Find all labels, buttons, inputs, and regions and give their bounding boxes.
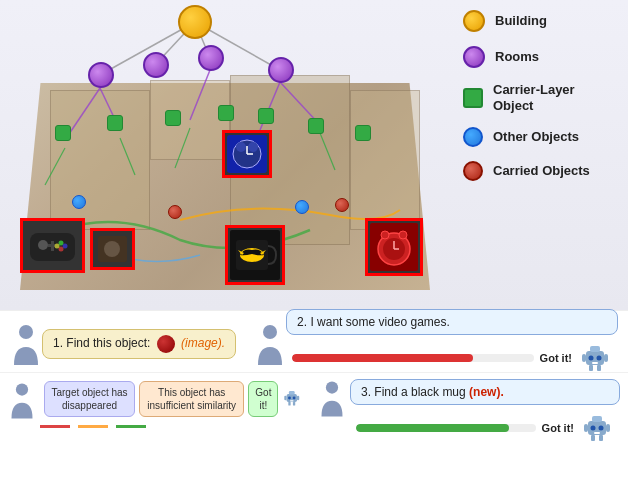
svg-rect-58: [297, 396, 299, 401]
svg-point-20: [59, 247, 64, 252]
robot-icon-2: [282, 381, 302, 415]
svg-point-64: [591, 426, 596, 431]
room-4: [350, 90, 420, 230]
query3-new-label: (new).: [469, 385, 504, 399]
node-carried-2: [335, 198, 349, 212]
svg-rect-43: [590, 346, 600, 352]
legend: Building Rooms Carrier-Layer Object Othe…: [463, 10, 618, 195]
image-box-batman-mug: [225, 225, 285, 285]
node-carrier-3: [165, 110, 181, 126]
svg-rect-67: [584, 424, 588, 432]
status-disappeared-text: Target object has disappeared: [51, 387, 127, 411]
svg-rect-50: [597, 365, 601, 371]
svg-point-21: [55, 244, 60, 249]
image-box-bear-clock: [222, 130, 272, 178]
image-box-small: [90, 228, 135, 270]
svg-rect-66: [594, 432, 600, 434]
legend-dot-carried: [463, 161, 483, 181]
query2-area: 2. I want some video games. Got it!: [286, 309, 618, 378]
svg-point-55: [293, 397, 296, 400]
got-it-bar-2: Got it!: [350, 408, 620, 448]
person-icon-1: [10, 323, 42, 365]
legend-item-other: Other Objects: [463, 127, 618, 147]
svg-point-65: [599, 426, 604, 431]
node-carrier-2: [107, 115, 123, 131]
person-icon-4: [318, 379, 346, 417]
query3-row: 3. Find a black mug (new). Got it!: [318, 379, 620, 448]
svg-rect-63: [592, 416, 602, 422]
node-room-3: [198, 45, 224, 71]
status-box-disappeared: Target object has disappeared: [44, 381, 135, 417]
svg-rect-69: [591, 435, 595, 441]
node-carrier-1: [55, 125, 71, 141]
query2-bubble: 2. I want some video games.: [286, 309, 618, 335]
bottom-area: 1. Find this object: (image). 2. I want …: [0, 310, 628, 504]
legend-label-carrier: Carrier-Layer Object: [493, 82, 618, 113]
color-legend-orange: [78, 425, 108, 428]
node-carrier-7: [355, 125, 371, 141]
svg-point-15: [38, 240, 48, 250]
status-box-got-it: Got it!: [248, 381, 278, 417]
node-carrier-5: [258, 108, 274, 124]
query3-bubble: 3. Find a black mug (new).: [350, 379, 620, 405]
query1-bubble: 1. Find this object: (image).: [42, 329, 236, 359]
main-container: Building Rooms Carrier-Layer Object Othe…: [0, 0, 628, 504]
svg-point-26: [236, 142, 246, 152]
svg-rect-53: [289, 391, 295, 394]
status-insufficient-text: This object has insufficient similarity: [147, 387, 236, 411]
progress-bar-2: [356, 424, 536, 432]
progress-fill-2: [356, 424, 509, 432]
color-bar-orange: [78, 425, 108, 428]
svg-point-19: [63, 244, 68, 249]
person-icon-2: [254, 323, 286, 365]
node-other-1: [72, 195, 86, 209]
svg-rect-56: [290, 400, 293, 401]
image-box-controller: [20, 218, 85, 273]
svg-point-40: [19, 325, 33, 339]
legend-dot-building: [463, 10, 485, 32]
svg-rect-68: [606, 424, 610, 432]
query3-content: 3. Find a black mug (new). Got it!: [350, 379, 620, 448]
legend-item-rooms: Rooms: [463, 46, 618, 68]
svg-point-39: [399, 231, 407, 239]
status-got-it-text: Got it!: [255, 387, 271, 411]
node-other-2: [295, 200, 309, 214]
node-building: [178, 5, 212, 39]
svg-rect-47: [582, 354, 586, 362]
legend-item-carried: Carried Objects: [463, 161, 618, 181]
svg-point-23: [104, 241, 120, 257]
node-carried-1: [168, 205, 182, 219]
color-bar-green: [116, 425, 146, 428]
svg-rect-70: [599, 435, 603, 441]
robot-icon-3: [580, 411, 614, 445]
query2-label: 2. I want some video games.: [297, 315, 450, 329]
right-queries-area: 3. Find a black mug (new). Got it!: [310, 373, 628, 504]
legend-item-building: Building: [463, 10, 618, 32]
svg-point-41: [263, 325, 277, 339]
room-1: [50, 90, 150, 230]
svg-rect-60: [293, 402, 295, 405]
svg-rect-48: [604, 354, 608, 362]
legend-dot-carrier: [463, 88, 483, 108]
legend-label-rooms: Rooms: [495, 49, 539, 65]
legend-label-building: Building: [495, 13, 547, 29]
got-it-label-2: Got it!: [542, 422, 574, 434]
color-bar-red: [40, 425, 70, 428]
left-status-area: Target object has disappeared This objec…: [0, 373, 310, 504]
robot-icon-1: [578, 341, 612, 375]
svg-point-54: [288, 397, 291, 400]
legend-label-carried: Carried Objects: [493, 163, 590, 179]
status-row: Target object has disappeared This objec…: [8, 381, 302, 419]
image-box-alarm-clock: [365, 218, 423, 276]
color-legend-green: [116, 425, 146, 428]
progress-bar-1: [292, 354, 534, 362]
svg-point-44: [589, 356, 594, 361]
svg-point-38: [381, 231, 389, 239]
svg-point-45: [597, 356, 602, 361]
cherry-icon: [157, 335, 175, 353]
svg-rect-49: [589, 365, 593, 371]
svg-point-27: [248, 142, 258, 152]
svg-rect-59: [289, 402, 291, 405]
scene-area: Building Rooms Carrier-Layer Object Othe…: [0, 0, 628, 310]
row1: 1. Find this object: (image). 2. I want …: [0, 311, 628, 373]
